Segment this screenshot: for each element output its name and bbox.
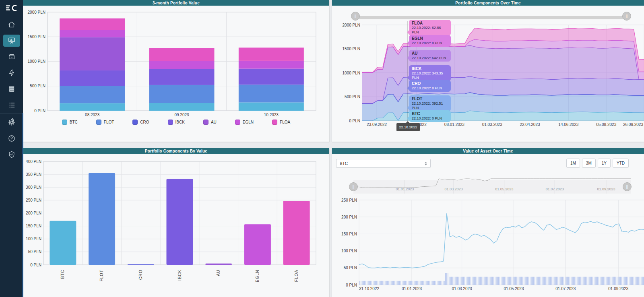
svg-text:0 PLN: 0 PLN <box>30 263 41 267</box>
app-logo[interactable] <box>0 0 23 16</box>
svg-text:0 PLN: 0 PLN <box>349 119 360 123</box>
stacked-bar-chart-canvas: 0 PLN500 PLN1000 PLN1500 PLN2000 PLN08.2… <box>23 6 329 125</box>
legend-item-egln[interactable]: EGLN <box>235 120 254 125</box>
svg-text:01.05.2023: 01.05.2023 <box>495 187 513 191</box>
range-buttons: 1M 3M 1Y YTD <box>566 159 629 168</box>
range-button-ytd[interactable]: YTD <box>613 159 629 168</box>
svg-text:10.2023: 10.2023 <box>264 113 279 117</box>
tooltip-egln: EGLN22.10.2022: 0 PLN <box>409 35 451 47</box>
svg-text:AU: AU <box>216 270 221 276</box>
shield-icon <box>8 151 16 159</box>
svg-text:01.05.2023: 01.05.2023 <box>504 287 524 291</box>
legend-swatch <box>235 120 240 125</box>
svg-text:1000 PLN: 1000 PLN <box>28 59 45 64</box>
archive-icon <box>8 53 16 61</box>
select-stepper-icon <box>425 162 427 165</box>
svg-text:400 PLN: 400 PLN <box>26 159 41 164</box>
sidebar-scroll-accent[interactable] <box>23 113 23 297</box>
navigator-left-handle[interactable]: || <box>349 182 358 191</box>
legend-swatch <box>168 120 173 125</box>
panel-title: Portfolio Components Over Time <box>332 0 644 6</box>
range-button-1y[interactable]: 1Y <box>598 159 611 168</box>
svg-text:200 PLN: 200 PLN <box>26 211 41 215</box>
svg-text:EGLN: EGLN <box>255 270 260 282</box>
sidebar-item-home[interactable] <box>3 19 20 31</box>
legend-swatch <box>96 120 101 125</box>
sidebar-item-help[interactable] <box>3 132 20 144</box>
svg-text:250 PLN: 250 PLN <box>341 198 357 202</box>
svg-text:IBCK: IBCK <box>178 270 182 280</box>
legend-item-btc[interactable]: BTC <box>62 120 78 125</box>
legend-swatch <box>132 120 138 125</box>
svg-text:08.01.2023: 08.01.2023 <box>444 122 464 127</box>
panel-3m-portfolio-value: 3-month Portfolio Value 0 PLN500 PLN1000… <box>23 0 329 142</box>
sidebar-bottom <box>0 113 23 161</box>
sidebar-item-energy[interactable] <box>3 67 20 79</box>
svg-text:FLOA: FLOA <box>294 270 299 282</box>
asset-select[interactable]: BTC <box>336 159 431 168</box>
legend-item-ibck[interactable]: IBCK <box>168 120 185 125</box>
bar-chart-canvas: 0 PLN50 PLN100 PLN150 PLN200 PLN250 PLN3… <box>23 154 329 297</box>
svg-text:01.03.2023: 01.03.2023 <box>445 187 463 191</box>
svg-text:500 PLN: 500 PLN <box>30 84 45 88</box>
sidebar-item-archive[interactable] <box>3 51 20 63</box>
range-slider-right-handle[interactable]: || <box>622 12 631 21</box>
sidebar-item-settings[interactable] <box>3 116 20 128</box>
svg-text:08.2023: 08.2023 <box>85 113 100 117</box>
legend-item-au[interactable]: AU <box>203 120 217 125</box>
svg-text:500 PLN: 500 PLN <box>345 95 360 99</box>
layers-icon <box>8 85 16 93</box>
legend-label: IBCK <box>175 120 185 124</box>
svg-text:2000 PLN: 2000 PLN <box>343 23 360 27</box>
panel-components-by-value: Portfolio Components By Value 0 PLN50 PL… <box>23 148 329 297</box>
range-button-3m[interactable]: 3M <box>582 159 596 168</box>
svg-text:50 PLN: 50 PLN <box>344 266 357 270</box>
svg-text:1500 PLN: 1500 PLN <box>28 35 45 39</box>
svg-text:100 PLN: 100 PLN <box>341 249 357 253</box>
list-icon <box>8 101 16 109</box>
asset-select-value: BTC <box>340 161 348 166</box>
panel-components-over-time: Portfolio Components Over Time || || 0 P… <box>332 0 644 142</box>
svg-text:22.04.2023: 22.04.2023 <box>520 122 540 127</box>
svg-text:01.09.2023: 01.09.2023 <box>608 287 628 291</box>
svg-text:01.03.2023: 01.03.2023 <box>482 122 502 127</box>
svg-text:26.09.2023: 26.09.2023 <box>623 122 643 127</box>
legend-item-floa[interactable]: FLOA <box>272 120 290 125</box>
panel-title: Value of Asset Over Time <box>332 148 644 154</box>
svg-text:31.10.2022: 31.10.2022 <box>359 287 379 291</box>
svg-text:2000 PLN: 2000 PLN <box>28 10 45 14</box>
navigator-right-handle[interactable]: || <box>623 182 632 191</box>
chart-legend: BTCFLOTCROIBCKAUEGLNFLOA <box>23 120 329 125</box>
hovered-date-chip: 22.10.2022 <box>396 123 420 131</box>
sidebar-item-layers[interactable] <box>3 83 20 95</box>
legend-label: AU <box>211 120 217 124</box>
panel-asset-over-time: Value of Asset Over Time BTC 1M 3M 1Y YT… <box>332 148 644 297</box>
legend-item-flot[interactable]: FLOT <box>96 120 114 125</box>
svg-text:14.06.2023: 14.06.2023 <box>558 122 578 127</box>
svg-text:150 PLN: 150 PLN <box>26 224 41 228</box>
panel-title: 3-month Portfolio Value <box>23 0 329 6</box>
svg-text:250 PLN: 250 PLN <box>26 198 41 202</box>
panel-title: Portfolio Components By Value <box>23 148 329 154</box>
svg-text:01.09.2023: 01.09.2023 <box>597 187 615 191</box>
svg-text:01.01.2023: 01.01.2023 <box>402 287 422 291</box>
svg-text:100 PLN: 100 PLN <box>26 237 41 241</box>
sidebar-item-list[interactable] <box>3 99 20 111</box>
sidebar-item-security[interactable] <box>3 148 20 161</box>
question-icon <box>8 134 16 142</box>
svg-text:23.09.2022: 23.09.2022 <box>367 122 387 127</box>
svg-text:1000 PLN: 1000 PLN <box>343 71 360 75</box>
svg-text:300 PLN: 300 PLN <box>26 185 41 190</box>
tooltip-ibck: IBCK22.10.2022: 343.35 PLN <box>409 65 451 81</box>
line-chart-canvas: 0 PLN50 PLN100 PLN150 PLN200 PLN250 PLN3… <box>332 196 644 297</box>
svg-text:CRO: CRO <box>138 270 143 280</box>
svg-text:01.07.2023: 01.07.2023 <box>546 187 564 191</box>
range-slider-left-handle[interactable]: || <box>351 12 360 21</box>
tooltip-floa: FLOA22.10.2022: 62.86 PLN <box>409 20 451 36</box>
svg-text:200 PLN: 200 PLN <box>341 215 357 219</box>
sidebar-item-dashboard[interactable] <box>3 35 20 47</box>
tooltip-flot: FLOT22.10.2022: 392.51 PLN <box>409 95 451 111</box>
range-button-1m[interactable]: 1M <box>566 159 580 168</box>
legend-swatch <box>272 120 277 125</box>
legend-item-cro[interactable]: CRO <box>132 120 149 125</box>
